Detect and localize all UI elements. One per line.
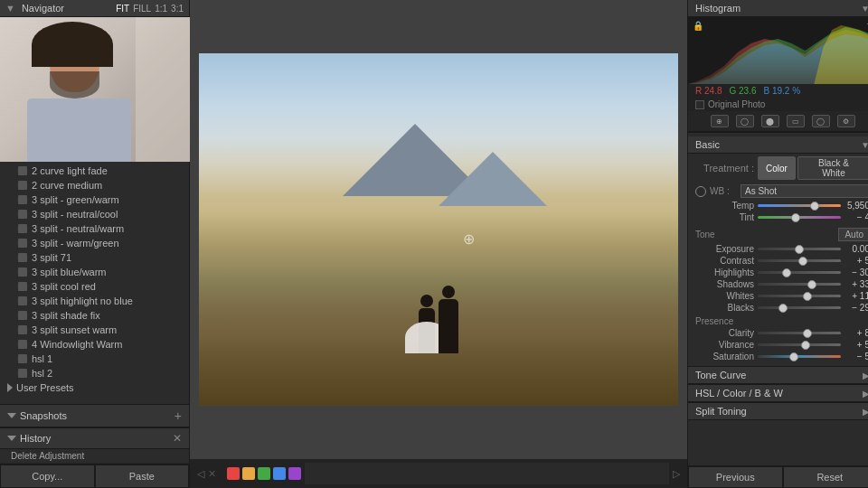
filmstrip-nav[interactable]: ◁ ✕ [197, 468, 216, 480]
color-treatment-button[interactable]: Color [758, 156, 796, 180]
preset-icon [18, 369, 27, 378]
qd-icon-4[interactable]: ▭ [787, 115, 805, 127]
user-presets-item[interactable]: User Presets [0, 380, 189, 395]
tint-slider[interactable] [758, 216, 841, 219]
filmstrip-end-icon[interactable]: ▷ [673, 468, 680, 480]
highlights-slider[interactable] [758, 271, 841, 274]
treatment-row: Treatment : Color Black & White [688, 154, 868, 183]
saturation-slider[interactable] [758, 355, 841, 358]
snapshots-add-icon[interactable]: + [175, 408, 182, 423]
treatment-label: Treatment : [695, 163, 754, 174]
preset-icon [18, 311, 27, 320]
preset-item[interactable]: 2 curve medium [0, 178, 189, 192]
preset-item[interactable]: 3 split blue/warm [0, 265, 189, 279]
history-item[interactable]: Delete Adjustment [0, 449, 189, 464]
bw-treatment-button[interactable]: Black & White [797, 156, 868, 180]
magnifier-icon[interactable]: ⊕ [463, 230, 475, 248]
preset-item[interactable]: 3 split - warm/green [0, 236, 189, 250]
contrast-value: + 5 [844, 256, 868, 266]
histogram-svg [688, 16, 868, 84]
navigator-title: Navigator [22, 3, 64, 14]
history-close-icon[interactable]: ✕ [173, 432, 182, 445]
previous-button[interactable]: Previous [688, 466, 783, 488]
zoom-options[interactable]: FIT FILL 1:1 3:1 [116, 4, 184, 14]
filmstrip-prev-icon[interactable]: ◁ [197, 468, 204, 480]
reset-button[interactable]: Reset [783, 466, 869, 488]
tone-curve-title: Tone Curve [695, 370, 746, 380]
original-photo-checkbox[interactable] [695, 100, 704, 109]
preset-item[interactable]: 2 curve light fade [0, 164, 189, 178]
preset-icon [18, 181, 27, 190]
basic-title: Basic [695, 139, 720, 150]
hsl-header[interactable]: HSL / Color / B & W ▶ [688, 384, 868, 402]
g-label: G 23.6 [729, 86, 756, 96]
copy-button[interactable]: Copy... [0, 465, 95, 488]
contrast-slider[interactable] [758, 259, 841, 262]
snapshots-header[interactable]: Snapshots + [0, 404, 189, 427]
history-header[interactable]: History ✕ [0, 427, 189, 449]
shadows-slider[interactable] [758, 283, 841, 286]
clarity-label: Clarity [695, 328, 754, 338]
rgb-values: R 24.8 G 23.6 B 19.2 % [688, 84, 868, 98]
paste-button[interactable]: Paste [95, 465, 190, 488]
preset-item[interactable]: 3 split - neutral/warm [0, 221, 189, 236]
color-dot-green[interactable] [258, 467, 270, 480]
preset-icon [18, 354, 27, 363]
histogram-arrow[interactable]: ▼ [861, 4, 868, 14]
preset-item[interactable]: 3 split highlight no blue [0, 294, 189, 308]
filmstrip-next-icon[interactable]: ✕ [208, 468, 216, 480]
zoom-1to1[interactable]: 1:1 [155, 4, 167, 14]
exposure-slider[interactable] [758, 248, 841, 250]
temp-slider[interactable] [758, 204, 841, 207]
preset-item[interactable]: 3 split 71 [0, 250, 189, 265]
preset-item[interactable]: hsl 1 [0, 352, 189, 366]
clarity-slider[interactable] [758, 332, 841, 334]
clarity-row: Clarity + 8 [688, 327, 868, 339]
zoom-3to1[interactable]: 3:1 [171, 4, 184, 14]
zoom-fill[interactable]: FILL [133, 4, 151, 14]
preset-icon [18, 166, 27, 175]
color-dot-blue[interactable] [273, 467, 286, 480]
qd-icon-3[interactable]: ⬤ [761, 115, 779, 127]
lock-icon: 🔒 [693, 21, 703, 31]
history-title: History [20, 433, 51, 444]
preset-item[interactable]: hsl 2 [0, 366, 189, 380]
preset-icon [18, 267, 27, 277]
qd-icon-6[interactable]: ⚙ [837, 115, 855, 127]
color-dot-red[interactable] [227, 467, 240, 480]
qd-icon-5[interactable]: ◯ [812, 115, 830, 127]
shadows-label: Shadows [695, 279, 754, 289]
qd-icon-2[interactable]: ◯ [736, 115, 754, 127]
preset-item[interactable]: 3 split cool red [0, 279, 189, 294]
shadows-value: + 33 [844, 279, 868, 289]
qd-icon-1[interactable]: ⊕ [711, 115, 729, 127]
navigator-triangle[interactable]: ▼ [5, 3, 15, 14]
preset-item[interactable]: 3 split - neutral/cool [0, 207, 189, 221]
highlights-label: Highlights [695, 267, 754, 277]
preset-icon [18, 296, 27, 305]
basic-arrow[interactable]: ▼ [861, 140, 868, 150]
original-photo-row: Original Photo [688, 98, 868, 111]
preset-item[interactable]: 4 Windowlight Warm [0, 337, 189, 352]
treatment-buttons: Color Black & White [758, 156, 868, 180]
wb-eyedropper-icon[interactable] [695, 186, 706, 197]
tone-curve-header[interactable]: Tone Curve ▶ [688, 366, 868, 384]
contrast-row: Contrast + 5 [688, 255, 868, 267]
color-dot-yellow[interactable] [242, 467, 255, 480]
preset-item[interactable]: 3 split - green/warm [0, 192, 189, 207]
zoom-fit[interactable]: FIT [116, 4, 129, 14]
split-toning-header[interactable]: Split Toning ▶ [688, 402, 868, 420]
blacks-slider[interactable] [758, 306, 841, 309]
preset-icon [18, 195, 27, 204]
preset-item[interactable]: 3 split shade fix [0, 308, 189, 323]
svg-marker-3 [814, 25, 868, 84]
preset-item[interactable]: 3 split sunset warm [0, 323, 189, 337]
auto-button[interactable]: Auto [838, 228, 868, 241]
filmstrip-scroll[interactable] [305, 463, 669, 484]
whites-slider[interactable] [758, 295, 841, 297]
wb-dropdown[interactable]: As Shot [741, 184, 868, 198]
presets-list[interactable]: 2 curve light fade 2 curve medium 3 spli… [0, 162, 189, 404]
tone-curve-arrow: ▶ [863, 371, 868, 380]
vibrance-slider[interactable] [758, 343, 841, 346]
color-dot-purple[interactable] [288, 467, 301, 480]
